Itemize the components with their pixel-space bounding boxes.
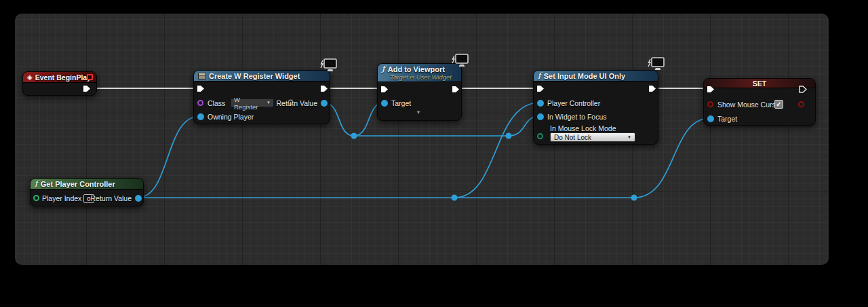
target-pin[interactable] [707, 115, 714, 122]
in-mouse-lock-mode-label: In Mouse Lock Mode [550, 124, 616, 132]
reroute-node[interactable] [506, 133, 512, 139]
node-title: Set Input Mode UI Only [544, 72, 625, 80]
in-widget-to-focus-pin[interactable] [537, 113, 544, 120]
blueprint-editor-canvas: ◈ Event BeginPlay Create W Register Widg… [0, 0, 868, 307]
player-controller-pin[interactable] [537, 100, 544, 107]
exec-out-pin[interactable] [452, 86, 460, 93]
node-title: Create W Register Widget [209, 72, 300, 80]
player-index-label: Player Index [42, 194, 81, 202]
exec-out-pin[interactable] [320, 85, 328, 92]
target-pin[interactable] [381, 100, 388, 107]
owning-player-pin[interactable] [197, 113, 204, 120]
show-mouse-cursor-in-pin[interactable] [707, 101, 713, 107]
reroute-node[interactable] [631, 195, 637, 201]
client-monitor-icon [319, 58, 338, 75]
target-label: Target [717, 115, 737, 123]
node-title: SET [753, 79, 766, 88]
owning-player-label: Owning Player [208, 113, 254, 121]
node-header-get-player-controller[interactable]: ƒ Get Player Controller [31, 179, 143, 189]
exec-out-pin[interactable] [648, 85, 656, 92]
return-value-label: Return Value [276, 99, 317, 107]
event-icon: ◈ [27, 73, 33, 81]
client-monitor-icon [646, 57, 665, 73]
collapse-node-icon[interactable]: ▼ [416, 109, 421, 115]
node-title: Get Player Controller [41, 180, 115, 188]
node-title: Add to Viewport [388, 65, 445, 73]
reroute-node[interactable] [452, 195, 458, 201]
exec-in-pin[interactable] [707, 86, 715, 93]
target-label: Target [391, 99, 411, 107]
node-get-player-controller[interactable]: ƒ Get Player Controller Player Index 0 R… [30, 178, 144, 206]
function-icon: ƒ [35, 179, 38, 188]
return-value-pin[interactable] [135, 195, 142, 202]
show-mouse-cursor-out-pin[interactable] [798, 101, 804, 107]
delegate-pin[interactable] [87, 74, 93, 80]
class-pin[interactable] [197, 100, 203, 106]
function-icon: ƒ [382, 65, 385, 73]
node-event-beginplay[interactable]: ◈ Event BeginPlay [22, 71, 97, 96]
class-pin-label: Class [208, 99, 225, 107]
exec-in-pin[interactable] [197, 85, 205, 92]
show-mouse-cursor-checkbox[interactable]: ✓ [774, 100, 783, 109]
node-title: Event BeginPlay [35, 73, 91, 82]
exec-out-pin[interactable] [799, 86, 807, 93]
exec-in-pin[interactable] [380, 86, 389, 93]
node-header-set-input-mode[interactable]: ƒ Set Input Mode UI Only [534, 71, 658, 82]
node-subtitle: Target is User Widget [390, 73, 452, 81]
show-mouse-cursor-label: Show Mouse Cursor [717, 101, 782, 109]
node-header-add-to-viewport[interactable]: ƒ Add to Viewport Target is User Widget [378, 64, 461, 82]
client-monitor-icon [450, 54, 469, 70]
node-header-create-widget[interactable]: Create W Register Widget [194, 71, 330, 82]
node-create-widget[interactable]: Create W Register Widget Class W Registe… [193, 70, 330, 124]
return-value-label: Return Value [90, 194, 132, 202]
reroute-node[interactable] [351, 133, 357, 139]
player-controller-label: Player Controller [547, 99, 600, 107]
wire-getpc-owningplayer [138, 116, 200, 198]
wires-layer [0, 0, 868, 307]
exec-in-pin[interactable] [536, 85, 545, 92]
widget-icon [198, 73, 206, 79]
mouse-lock-mode-dropdown[interactable]: Do Not Lock ▼ [550, 132, 635, 142]
in-widget-to-focus-label: In Widget to Focus [547, 113, 607, 121]
node-add-to-viewport[interactable]: ƒ Add to Viewport Target is User Widget … [377, 63, 462, 121]
node-set-input-mode[interactable]: ƒ Set Input Mode UI Only Player Controll… [533, 70, 658, 145]
class-select-value: W Register [234, 96, 263, 111]
node-header-event-beginplay[interactable]: ◈ Event BeginPlay [23, 72, 96, 83]
node-set-show-mouse-cursor[interactable]: SET Show Mouse Cursor ✓ Target [703, 78, 816, 126]
dropdown-arrow-icon: ▼ [267, 99, 271, 107]
player-index-pin[interactable] [33, 195, 39, 201]
return-value-pin[interactable] [321, 100, 328, 107]
class-select-dropdown[interactable]: W Register ▼ [231, 98, 274, 107]
exec-out-pin[interactable] [83, 85, 91, 92]
dropdown-arrow-icon: ▼ [627, 135, 631, 139]
in-mouse-lock-mode-pin[interactable] [537, 133, 543, 139]
mouse-lock-mode-value: Do Not Lock [554, 134, 591, 141]
function-icon: ƒ [538, 71, 541, 80]
wire-getpc-playercontroller [454, 103, 540, 198]
